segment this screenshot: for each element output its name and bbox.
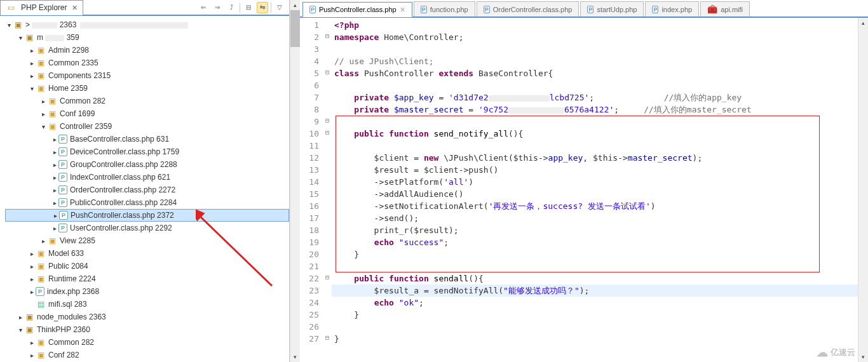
code-line[interactable] <box>334 116 855 128</box>
tree-item[interactable]: ▸PGroupController.class.php 2288 <box>5 158 289 171</box>
tree-item[interactable]: ▸PPublicController.class.php 2284 <box>5 196 289 209</box>
expand-icon[interactable]: ▸ <box>39 98 47 105</box>
tree-item[interactable]: ▾▣ > 2363 <box>5 18 289 31</box>
expand-icon[interactable]: ▸ <box>17 314 24 321</box>
tree-item[interactable]: ▸▣Common 282 <box>5 336 289 349</box>
code-line[interactable]: public function sendall(){ <box>334 272 855 285</box>
code-line[interactable]: namespace Home\Controller; <box>334 31 855 43</box>
fold-toggle[interactable]: ⊟ <box>323 332 332 344</box>
fold-toggle[interactable]: ⊟ <box>323 66 332 78</box>
expand-icon[interactable]: ▸ <box>28 47 36 54</box>
expand-icon[interactable]: ▾ <box>17 326 24 333</box>
fold-column[interactable]: ⊟⊟⊟⊟⊟⊟ <box>323 18 332 362</box>
tree-item[interactable]: ▸Pindex.php 2368 <box>5 285 289 298</box>
tree-item[interactable]: ▸▣Conf 1699 <box>5 107 289 120</box>
code-line[interactable]: ->addAllAudience() <box>334 188 855 200</box>
tree-item[interactable]: ▸▣Public 2084 <box>5 260 289 272</box>
expand-icon[interactable]: ▸ <box>28 352 36 359</box>
code-line[interactable]: $result = $client->push() <box>334 164 855 176</box>
code-line[interactable]: public function send_notify_all(){ <box>334 128 855 140</box>
tree-item[interactable]: ▸▣Model 633 <box>5 247 289 260</box>
explorer-scrollbar[interactable]: ▴ ▾ <box>290 0 300 362</box>
expand-icon[interactable]: ▸ <box>51 174 58 181</box>
explorer-tab[interactable]: ▭ PHP Explorer ✕ <box>0 0 83 15</box>
tree-item[interactable]: ▸PPushController.class.php 2372 <box>5 209 289 222</box>
expand-icon[interactable]: ▸ <box>51 187 58 194</box>
tree-item[interactable]: ▾▣Controller 2359 <box>5 120 289 133</box>
code-line[interactable]: ->send(); <box>334 212 855 224</box>
expand-icon[interactable]: ▾ <box>39 123 47 130</box>
code-area[interactable]: <?phpnamespace Home\Controller; // use J… <box>332 18 858 362</box>
expand-icon[interactable]: ▾ <box>5 22 13 29</box>
tree-item[interactable]: ▸▣Conf 282 <box>5 349 289 361</box>
code-line[interactable]: } <box>334 333 855 345</box>
fold-toggle[interactable]: ⊟ <box>323 126 332 138</box>
collapse-icon[interactable]: ⊟ <box>243 2 254 13</box>
expand-icon[interactable]: ▸ <box>28 250 36 257</box>
code-line[interactable] <box>334 140 855 152</box>
tree-item[interactable]: ▾▣m 359 <box>5 31 289 44</box>
up-icon[interactable]: ⤴ <box>226 2 237 13</box>
tree-item[interactable]: ▸PDeviceController.class.php 1759 <box>5 145 289 158</box>
editor-scrollbar[interactable]: ▴ ▾ <box>858 18 868 362</box>
forward-icon[interactable]: ⇒ <box>212 2 223 13</box>
tree-item[interactable]: ▸▣Runtime 2224 <box>5 272 289 285</box>
code-line[interactable] <box>334 79 855 91</box>
fold-toggle[interactable]: ⊟ <box>323 271 332 283</box>
tree-item[interactable]: ▸POrderController.class.php 2272 <box>5 184 289 196</box>
link-editor-icon[interactable]: ⇆ <box>257 2 268 13</box>
expand-icon[interactable]: ▸ <box>51 225 58 232</box>
project-tree[interactable]: ▾▣ > 2363▾▣m 359▸▣Admin 2298▸▣Common 233… <box>0 16 289 362</box>
code-line[interactable]: private $app_key = 'd31d7e2lcbd725'; //填… <box>334 91 855 104</box>
expand-icon[interactable]: ▸ <box>28 60 36 67</box>
scroll-down-icon[interactable]: ▾ <box>290 352 300 362</box>
expand-icon[interactable]: ▸ <box>51 149 58 156</box>
code-line[interactable]: ->setPlatform('all') <box>334 176 855 188</box>
tree-item[interactable]: ▸PIndexController.class.php 621 <box>5 171 289 184</box>
scroll-thumb[interactable] <box>290 10 300 47</box>
expand-icon[interactable]: ▸ <box>51 136 58 143</box>
fold-toggle[interactable]: ⊟ <box>323 30 332 42</box>
tree-item[interactable]: ▾▣Home 2359 <box>5 82 289 95</box>
expand-icon[interactable]: ▸ <box>51 199 58 206</box>
tree-item[interactable]: ▸▣Common 2335 <box>5 57 289 69</box>
close-icon[interactable]: ✕ <box>72 4 78 12</box>
expand-icon[interactable]: ▾ <box>17 34 24 41</box>
back-icon[interactable]: ⇐ <box>198 2 209 13</box>
expand-icon[interactable]: ▸ <box>28 288 36 295</box>
scroll-up-icon[interactable]: ▴ <box>858 18 868 28</box>
editor-tab[interactable]: PPushController.class.php✕ <box>302 2 412 17</box>
code-line[interactable] <box>334 43 855 55</box>
code-line[interactable]: } <box>334 248 855 260</box>
expand-icon[interactable]: ▸ <box>39 238 47 245</box>
code-line[interactable]: private $master_secret = '9c7526576a4122… <box>334 104 855 116</box>
code-line[interactable]: class PushController extends BaseControl… <box>334 67 855 79</box>
tree-item[interactable]: ▸▣node_modules 2363 <box>5 311 289 323</box>
code-line[interactable]: ->setNotificationAlert('再发送一条，success? 发… <box>334 200 855 212</box>
close-icon[interactable]: ✕ <box>400 6 405 14</box>
editor-tab[interactable]: 🧰api.mifi <box>700 1 750 17</box>
tree-item[interactable]: ▤mifi.sql 283 <box>5 298 289 311</box>
code-line[interactable] <box>334 260 855 272</box>
tree-item[interactable]: ▸▣Components 2315 <box>5 69 289 82</box>
expand-icon[interactable]: ▸ <box>51 212 59 219</box>
tree-item[interactable]: ▸▣Common 282 <box>5 95 289 107</box>
editor-tab[interactable]: Pfunction.php <box>414 1 475 17</box>
tree-item[interactable]: ▸PUserController.class.php 2292 <box>5 222 289 234</box>
editor-tab[interactable]: Pindex.php <box>645 1 699 17</box>
view-menu-icon[interactable]: ▽ <box>274 2 285 13</box>
editor-tab[interactable]: PstartUdp.php <box>580 1 644 17</box>
expand-icon[interactable]: ▾ <box>28 85 36 92</box>
code-line[interactable]: $result_a = sendNotifyAll("能够发送成功吗？"); <box>334 285 855 297</box>
tree-item[interactable]: ▸▣Admin 2298 <box>5 44 289 57</box>
code-line[interactable]: print_r($result); <box>334 224 855 236</box>
code-line[interactable]: } <box>334 309 855 321</box>
expand-icon[interactable]: ▸ <box>28 339 36 346</box>
expand-icon[interactable]: ▸ <box>28 263 36 270</box>
code-line[interactable]: echo "success"; <box>334 236 855 248</box>
expand-icon[interactable]: ▸ <box>39 111 47 117</box>
code-line[interactable]: $client = new \JPush\Client($this->app_k… <box>334 152 855 164</box>
code-line[interactable] <box>334 321 855 333</box>
tree-item[interactable]: ▸PBaseController.class.php 631 <box>5 133 289 145</box>
code-line[interactable]: echo "ok"; <box>334 297 855 309</box>
